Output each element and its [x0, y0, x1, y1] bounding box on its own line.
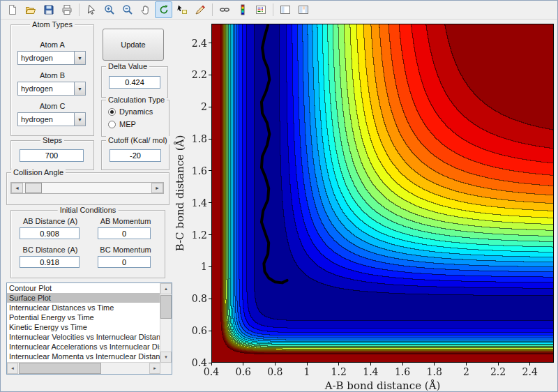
slider-thumb[interactable]: [25, 183, 42, 193]
dropdown-arrow-icon[interactable]: ▼: [74, 52, 85, 64]
list-item[interactable]: Kinetic Energy vs Time: [7, 322, 160, 332]
open-file-icon[interactable]: [22, 1, 39, 18]
y-tick-mark: [209, 75, 211, 75]
x-tick-label: 2.4: [515, 366, 545, 377]
y-tick-label: 0.8: [186, 293, 207, 304]
brush-data-icon[interactable]: [191, 1, 209, 18]
slider-right-arrow-icon[interactable]: ►: [151, 183, 163, 193]
radio-dynamics[interactable]: Dynamics: [108, 107, 153, 116]
steps-input[interactable]: [20, 149, 84, 162]
ab-momentum-input[interactable]: [98, 227, 151, 239]
radio-button-icon[interactable]: [108, 108, 116, 116]
figure-toolbar: [1, 1, 557, 20]
y-tick-mark: [209, 139, 211, 140]
calculation-type-panel: Calculation Type Dynamics MEP: [101, 100, 169, 137]
bc-momentum-label: BC Momentum: [92, 246, 159, 254]
initial-conditions-panel: Initial Conditions AB Distance (A) AB Mo…: [10, 210, 165, 278]
atom-c-select[interactable]: hydrogen ▼: [17, 112, 86, 126]
insert-legend-icon[interactable]: [252, 1, 269, 18]
radio-button-icon[interactable]: [108, 121, 116, 128]
x-axis-label: A-B bond distance (Å): [211, 379, 554, 392]
atom-types-panel: Atom Types Atom A hydrogen ▼ Atom B hydr…: [10, 24, 94, 136]
data-cursor-icon[interactable]: [173, 1, 190, 18]
steps-title: Steps: [40, 136, 64, 144]
collision-angle-panel: Collision Angle ◄ ►: [6, 172, 169, 205]
bc-distance-input[interactable]: [20, 256, 80, 268]
list-item[interactable]: Internuclear Accelerations vs Internucle…: [7, 342, 160, 352]
toolbar-separator: [79, 3, 80, 16]
x-tick-mark: [498, 363, 499, 365]
list-item[interactable]: Internuclear Velocities vs Internuclear …: [7, 332, 160, 342]
x-tick-label: 1.8: [419, 366, 450, 377]
dropdown-arrow-icon[interactable]: ▼: [74, 113, 85, 126]
atom-b-select[interactable]: hydrogen ▼: [17, 82, 86, 96]
dropdown-arrow-icon[interactable]: ▼: [74, 82, 85, 95]
horizontal-scrollbar-thumb[interactable]: [19, 363, 101, 374]
y-tick-label: 2.2: [186, 69, 207, 80]
rotate-3d-icon[interactable]: [155, 1, 172, 18]
x-tick-label: 1.2: [324, 366, 354, 377]
list-item[interactable]: Internuclear Distances vs Time: [7, 303, 160, 312]
application-window: { "window": {"bg": "#f0f0f0", "border": …: [0, 0, 558, 392]
horizontal-scrollbar[interactable]: ◄ ►: [7, 362, 160, 374]
list-item[interactable]: Contour Plot: [7, 283, 160, 293]
x-tick-mark: [211, 363, 212, 365]
atom-a-select[interactable]: hydrogen ▼: [17, 51, 86, 65]
radio-dynamics-label: Dynamics: [119, 107, 153, 116]
y-tick-label: 1: [186, 261, 207, 272]
x-tick-label: 2: [451, 366, 481, 377]
vertical-scrollbar[interactable]: ▲ ▼: [160, 283, 172, 363]
y-tick-mark: [209, 107, 211, 107]
y-tick-label: 1.2: [186, 229, 207, 241]
zoom-out-icon[interactable]: [119, 1, 136, 18]
link-plot-icon[interactable]: [216, 1, 233, 18]
x-tick-mark: [434, 363, 435, 365]
ab-distance-input[interactable]: [20, 227, 80, 239]
y-tick-label: 1.4: [186, 197, 207, 209]
y-tick-mark: [209, 170, 211, 171]
y-tick-label: 1.6: [186, 165, 207, 176]
pan-icon[interactable]: [137, 1, 154, 18]
vertical-scrollbar-thumb[interactable]: [160, 295, 172, 319]
update-button[interactable]: Update: [103, 29, 164, 61]
zoom-in-icon[interactable]: [100, 1, 118, 18]
save-figure-icon[interactable]: [40, 1, 57, 18]
x-tick-label: 1: [292, 366, 322, 377]
scroll-right-icon[interactable]: ►: [149, 363, 160, 374]
x-tick-mark: [307, 363, 308, 365]
collision-angle-slider[interactable]: ◄ ►: [10, 182, 164, 194]
list-item[interactable]: Potential Energy vs Time: [7, 312, 160, 322]
x-tick-label: 0.6: [228, 366, 259, 377]
slider-track[interactable]: [23, 183, 151, 193]
y-tick-mark: [209, 202, 211, 203]
y-tick-label: 2: [186, 101, 207, 112]
atom-a-value: hydrogen: [18, 54, 74, 62]
hide-plot-tools-icon[interactable]: [276, 1, 294, 18]
x-tick-label: 2.2: [483, 366, 513, 377]
atom-a-label: Atom A: [11, 40, 93, 49]
x-tick-mark: [338, 363, 339, 365]
delta-value-input[interactable]: [109, 76, 160, 89]
edit-pointer-icon[interactable]: [82, 1, 100, 18]
scroll-down-icon[interactable]: ▼: [160, 352, 172, 363]
pes-contour-canvas[interactable]: [211, 24, 554, 363]
ab-distance-label: AB Distance (A): [15, 217, 85, 225]
x-tick-mark: [243, 363, 243, 365]
list-item[interactable]: Internuclear Momenta vs Internuclear Dis…: [7, 352, 160, 361]
bc-momentum-input[interactable]: [98, 256, 151, 268]
list-item[interactable]: Surface Plot: [7, 293, 160, 303]
x-tick-mark: [466, 363, 467, 365]
toolbar-separator: [273, 3, 273, 16]
scroll-left-icon[interactable]: ◄: [7, 363, 18, 374]
scroll-up-icon[interactable]: ▲: [160, 283, 172, 294]
print-figure-icon[interactable]: [58, 1, 75, 18]
new-figure-icon[interactable]: [3, 1, 21, 18]
insert-colorbar-icon[interactable]: [234, 1, 251, 18]
scrollbar-corner: [160, 363, 172, 374]
radio-mep[interactable]: MEP: [108, 120, 136, 128]
contour-plot-area: 0.40.60.811.21.41.61.822.22.40.40.60.811…: [211, 24, 554, 363]
show-plot-tools-icon[interactable]: [294, 1, 312, 18]
cutoff-input[interactable]: [110, 149, 161, 162]
atom-b-value: hydrogen: [18, 84, 74, 93]
slider-left-arrow-icon[interactable]: ◄: [11, 183, 23, 193]
